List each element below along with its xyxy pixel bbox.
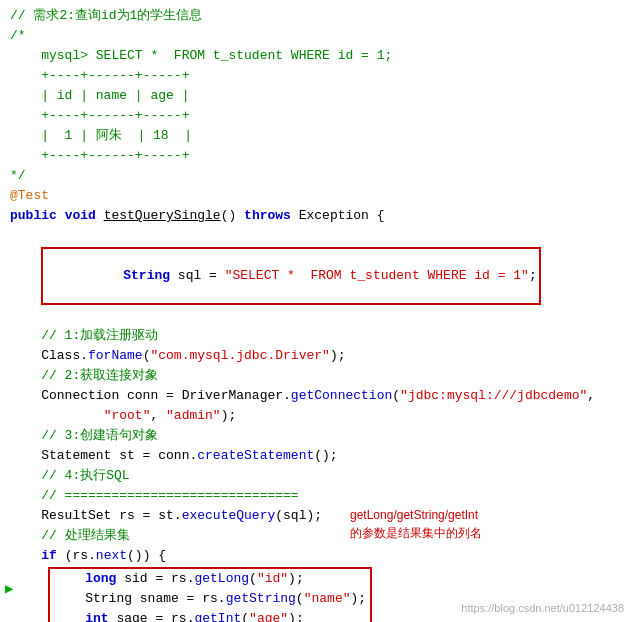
line-2: /* [10, 26, 624, 46]
line-14: Class.forName("com.mysql.jdbc.Driver"); [10, 346, 624, 366]
note-line-2: 的参数是结果集中的列名 [350, 526, 482, 540]
line-24: if (rs.next()) { [10, 546, 624, 566]
line-13: // 1:加载注册驱动 [10, 326, 624, 346]
line-27: int sage = rs.getInt("age"); [54, 609, 366, 622]
line-12: String sql = "SELECT * FROM t_student WH… [10, 227, 624, 325]
line-20: // 4:执行SQL [10, 466, 624, 486]
line-17: "root", "admin"); [10, 406, 624, 426]
line-10: @Test [10, 186, 624, 206]
line-5: | id | name | age | [10, 86, 624, 106]
line-1: // 需求2:查询id为1的学生信息 [10, 6, 624, 26]
line-16: Connection conn = DriverManager.getConne… [10, 386, 624, 406]
line-9: */ [10, 166, 624, 186]
line-8: +----+------+-----+ [10, 146, 624, 166]
line-6: +----+------+-----+ [10, 106, 624, 126]
line-19: Statement st = conn.createStatement(); [10, 446, 624, 466]
line-3: mysql> SELECT * FROM t_student WHERE id … [10, 46, 624, 66]
line-23: // 处理结果集 [10, 526, 624, 546]
note-line-1: getLong/getString/getInt [350, 508, 478, 522]
watermark: https://blog.csdn.net/u012124438 [461, 602, 624, 614]
note-annotation: getLong/getString/getInt 的参数是结果集中的列名 [350, 506, 482, 542]
line-22: ResultSet rs = st.executeQuery(sql); [10, 506, 624, 526]
line-21: // ============================== [10, 486, 624, 506]
line-7: | 1 | 阿朱 | 18 | [10, 126, 624, 146]
line-4: +----+------+-----+ [10, 66, 624, 86]
highlight-block: long sid = rs.getLong("id"); String snam… [48, 567, 372, 622]
line-15: // 2:获取连接对象 [10, 366, 624, 386]
line-18: // 3:创建语句对象 [10, 426, 624, 446]
line-11: public void testQuerySingle() throws Exc… [10, 206, 624, 226]
left-arrow-indicator: ▶ [5, 580, 13, 597]
line-26: String sname = rs.getString("name"); [54, 589, 366, 609]
code-container: // 需求2:查询id为1的学生信息 /* mysql> SELECT * FR… [0, 0, 634, 622]
line-25: long sid = rs.getLong("id"); [54, 569, 366, 589]
